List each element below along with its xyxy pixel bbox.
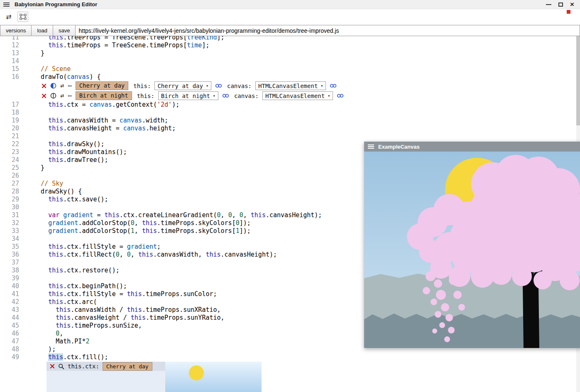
link-icon[interactable] — [222, 93, 229, 98]
code-token — [33, 306, 56, 314]
code-token: .canvasWidth / — [71, 306, 127, 314]
code-text — [25, 132, 33, 140]
more-options-icon[interactable]: ⋯ — [68, 93, 72, 99]
code-text — [25, 235, 33, 243]
code-token: .getContext( — [112, 101, 157, 108]
code-token: 0 — [236, 219, 240, 227]
code-token: ); — [33, 345, 56, 353]
link-icon[interactable] — [330, 83, 337, 88]
code-token: this — [206, 251, 220, 258]
code-line[interactable]: 49 this.ctx.fill(); — [0, 353, 580, 361]
example-canvas-menu-icon[interactable] — [368, 145, 374, 149]
minimize-button[interactable] — [546, 4, 551, 5]
line-number: 24 — [0, 156, 25, 164]
delete-example-icon[interactable] — [42, 93, 46, 98]
line-number: 35 — [0, 243, 25, 251]
code-line[interactable]: 18 — [0, 109, 580, 117]
code-token: 2 — [86, 338, 89, 345]
code-token: .ctx.createLinearGradient( — [120, 211, 217, 219]
line-number: 12 — [0, 42, 25, 49]
toggle-example-icon[interactable] — [50, 83, 56, 89]
swap-icon: ⇄ — [6, 13, 11, 21]
delete-example-icon[interactable] — [42, 83, 46, 88]
binding-dropdown[interactable]: HTMLCanvasElement▾ — [255, 81, 326, 90]
code-token: .canvasWidth = — [63, 117, 119, 124]
link-icon[interactable] — [215, 83, 222, 88]
example-canvas-titlebar[interactable]: ExampleCanvas — [364, 142, 580, 152]
probe-example-button[interactable]: Cherry at day — [103, 362, 152, 371]
example-name-button[interactable]: Cherry at day — [76, 81, 129, 90]
code-line[interactable]: 11 this.treeProps = TreeScene.treeProps[… — [0, 36, 580, 42]
line-number: 44 — [0, 314, 25, 322]
code-text — [25, 259, 33, 267]
binding-dropdown[interactable]: Cherry at day▾ — [154, 81, 211, 90]
code-text: this.ctx.arc( — [25, 298, 97, 306]
code-token: this — [48, 101, 63, 108]
binding-value: HTMLCanvasElement — [265, 93, 325, 99]
magnifier-icon[interactable] — [58, 363, 64, 370]
swap-icon[interactable]: ⇄ — [60, 93, 64, 99]
example-canvas-window: ExampleCanvas — [364, 142, 580, 348]
code-token: Math.PI* — [33, 338, 86, 345]
code-text — [25, 57, 33, 65]
code-token: this — [48, 243, 63, 250]
code-token: .ctx.restore(); — [63, 267, 119, 274]
code-token: this — [48, 353, 63, 361]
swap-icon[interactable]: ⇄ — [60, 83, 64, 89]
binding-dropdown[interactable]: Birch at night▾ — [158, 91, 218, 100]
save-button[interactable]: save — [53, 25, 76, 36]
line-number: 49 — [0, 353, 25, 361]
load-button[interactable]: load — [31, 25, 53, 36]
code-text: var gradient = this.ctx.createLinearGrad… — [25, 211, 322, 219]
binding-dropdown[interactable]: HTMLCanvasElement▾ — [262, 91, 333, 100]
line-number: 11 — [0, 36, 25, 42]
code-line[interactable]: 20 this.canvasHeight = canvas.height; — [0, 125, 580, 132]
code-token: 0 — [56, 330, 59, 337]
code-token: .ctx.fill(); — [63, 353, 108, 361]
code-token: .ctx.fillStyle = — [63, 243, 127, 250]
scrollbar-thumb[interactable] — [576, 36, 580, 125]
frame-tool-button[interactable] — [17, 12, 28, 22]
swap-tool-button[interactable]: ⇄ — [3, 12, 14, 22]
code-text: ); — [25, 345, 56, 353]
close-button[interactable]: × — [570, 1, 574, 8]
code-token: .canvasHeight); — [221, 251, 277, 258]
code-token: .ctx.fillStyle = — [63, 290, 127, 298]
code-token: this — [48, 42, 63, 49]
code-token — [33, 330, 56, 337]
probe-expression: this.ctx: — [68, 363, 99, 370]
code-line[interactable]: 21 — [0, 132, 580, 140]
versions-button[interactable]: versions — [0, 25, 32, 36]
code-line[interactable]: 15 // Scene — [0, 65, 580, 73]
code-token: this — [48, 117, 63, 124]
link-icon[interactable] — [337, 93, 344, 98]
more-options-icon[interactable]: ⋯ — [68, 83, 72, 89]
code-token: .ctx.arc( — [63, 298, 97, 306]
code-line[interactable]: 12 this.timeProps = TreeScene.timeProps[… — [0, 42, 580, 49]
code-token: .ctx.save(); — [63, 196, 108, 203]
toggle-example-icon[interactable] — [50, 93, 56, 99]
code-token: this — [251, 211, 266, 219]
code-line[interactable]: 13 } — [0, 49, 580, 57]
code-line[interactable]: 14 — [0, 57, 580, 65]
code-line[interactable]: 17 this.ctx = canvas.getContext('2d'); — [0, 101, 580, 109]
code-token: gradient — [127, 243, 157, 250]
code-text: this.ctx.restore(); — [25, 267, 120, 274]
code-token: .height; — [146, 125, 176, 132]
code-token: 1 — [236, 227, 240, 235]
code-token — [33, 219, 48, 227]
hamburger-menu-icon[interactable] — [3, 2, 10, 7]
code-token: , — [120, 251, 127, 258]
code-text: // Scene — [25, 65, 71, 73]
file-url-input[interactable] — [75, 25, 580, 36]
example-name-button[interactable]: Birch at night — [76, 91, 132, 100]
code-line[interactable]: 16 drawTo(canvas) { — [0, 73, 580, 81]
line-number: 16 — [0, 73, 25, 81]
code-token: } — [33, 164, 44, 172]
maximize-button[interactable] — [558, 2, 563, 7]
binding-value: HTMLCanvasElement — [258, 83, 318, 89]
code-token — [33, 267, 48, 274]
code-line[interactable]: 19 this.canvasWidth = canvas.width; — [0, 117, 580, 125]
code-text: this.ctx.beginPath(); — [25, 282, 127, 290]
delete-probe-icon[interactable] — [50, 364, 55, 369]
